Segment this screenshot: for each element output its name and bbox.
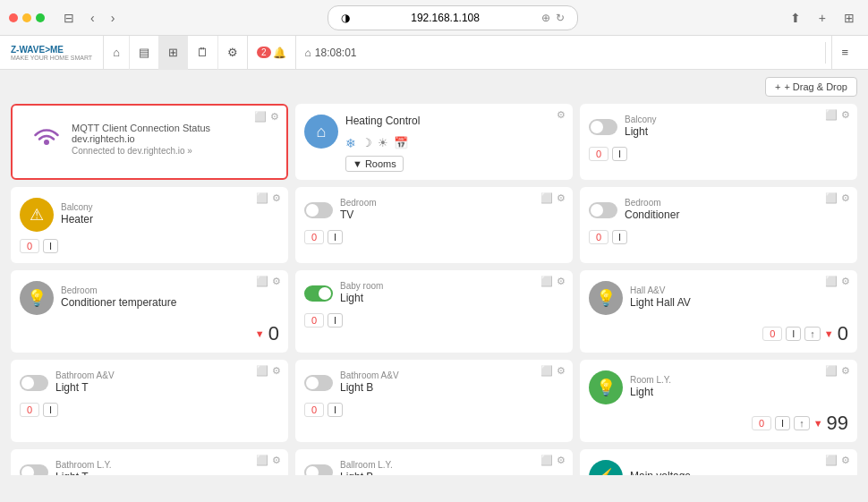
bathroom-av-b-increment[interactable]: I [328,403,343,417]
bedroom-cond-temp-widget: ⬜ ⚙ 💡 Bedroom Conditioner temperature ▼ … [11,270,288,353]
browser-toolbar: ⬆ + ⊞ [786,9,859,27]
tabs-button[interactable]: ⊞ [839,9,859,27]
mqtt-widget: ⬜ ⚙ MQTT Client Connection Status dev.ri… [11,104,288,180]
bedroom-tv-value: 0 [304,230,324,244]
bedroom-conditioner-value: 0 [589,230,608,244]
bathroom-av-b-copy-button[interactable]: ⬜ [540,365,553,377]
babyroom-light-toggle[interactable] [304,285,333,302]
drag-drop-button[interactable]: + + Drag & Drop [765,77,857,97]
notification-area[interactable]: 2 🔔 [247,36,295,70]
cond-temp-value: 0 [268,322,279,345]
babyroom-light-copy-button[interactable]: ⬜ [540,276,553,287]
bathroom-av-t-settings-button[interactable]: ⚙ [272,365,281,377]
rooms-nav-button[interactable]: ▤ [129,36,158,70]
heater-warning-icon: ⚠ [20,198,54,232]
hall-av-large-value: 0 [838,322,848,345]
ballroom-ly-b-toggle[interactable] [304,464,333,475]
hall-av-light-copy-button[interactable]: ⬜ [825,276,838,287]
refresh-icon: ↻ [556,12,565,24]
history-nav-button[interactable]: 🗒 [187,36,217,70]
balcony-heater-actions: ⬜ ⚙ [256,192,281,204]
babyroom-light-increment[interactable]: I [328,313,343,328]
window-controls [9,13,45,22]
sidebar-toggle-button[interactable]: ⊟ [59,9,79,27]
share-button[interactable]: ⬆ [786,9,805,27]
bedroom-cond-temp-actions: ⬜ ⚙ [256,276,281,287]
hall-av-increment[interactable]: I [786,327,801,341]
bathroom-av-t-toggle[interactable] [20,375,48,391]
bedroom-tv-copy-button[interactable]: ⬜ [540,192,553,204]
main-voltage-copy-button[interactable]: ⬜ [825,455,838,466]
bedroom-conditioner-copy-button[interactable]: ⬜ [825,192,838,204]
balcony-light-widget: ⬜ ⚙ Balcony Light 0 I [580,104,857,180]
babyroom-light-widget: ⬜ ⚙ Baby room Light 0 I [295,270,573,353]
bedroom-tv-toggle[interactable] [304,202,333,218]
url-input[interactable] [355,9,536,27]
bathroom-av-t-copy-button[interactable]: ⬜ [256,365,268,377]
bedroom-conditioner-increment[interactable]: I [612,230,627,244]
bedroom-conditioner-settings-button[interactable]: ⚙ [841,192,850,204]
heating-settings-button[interactable]: ⚙ [557,109,566,121]
room-ly-light-copy-button[interactable]: ⬜ [825,365,838,377]
settings-nav-button[interactable]: ⚙ [217,36,247,70]
heating-widget: ⚙ ⌂ Heating Control ❄ ☽ ☀ 📅 ▼ [295,104,573,180]
bathroom-av-b-settings-button[interactable]: ⚙ [557,365,566,377]
bathroom-ly-t-toggle[interactable] [20,464,48,475]
chevron-down-icon: ▼ [353,158,362,169]
drag-icon: + [775,81,780,92]
main-voltage-settings-button[interactable]: ⚙ [841,455,850,466]
forward-button[interactable]: › [106,9,120,27]
moon-icon: ☽ [362,136,372,149]
snowflake-icon: ❄ [345,136,356,150]
ballroom-ly-b-settings-button[interactable]: ⚙ [557,455,566,466]
bathroom-av-b-toggle[interactable] [304,375,333,391]
header-right: ≡ [825,36,857,70]
sun-icon: ☀ [378,136,388,149]
bathroom-av-t-increment[interactable]: I [43,403,58,417]
app-logo: Z-WAVE>ME MAKE YOUR HOME SMART [11,45,92,61]
new-tab-button[interactable]: + [814,9,830,27]
balcony-light-settings-button[interactable]: ⚙ [841,109,850,121]
share-icon: ⊕ [541,12,550,24]
menu-button[interactable]: ≡ [831,36,857,70]
balcony-heater-increment[interactable]: I [43,239,58,253]
hall-av-up-button[interactable]: ↑ [804,327,821,341]
wifi-icon [30,120,63,158]
room-ly-up-button[interactable]: ↑ [794,416,810,430]
balcony-light-actions: ⬜ ⚙ [825,109,850,121]
ballroom-ly-b-copy-button[interactable]: ⬜ [540,455,553,466]
heating-icon: ⌂ [304,115,338,149]
browser-chrome: ⊟ ‹ › ◑ ⊕ ↻ ⬆ + ⊞ [0,0,868,36]
balcony-light-increment[interactable]: I [612,147,627,161]
bedroom-cond-temp-copy-button[interactable]: ⬜ [256,276,268,287]
balcony-heater-settings-button[interactable]: ⚙ [272,192,281,204]
hall-av-light-actions: ⬜ ⚙ [825,276,850,287]
bathroom-av-t-actions: ⬜ ⚙ [256,365,281,377]
room-ly-light-settings-button[interactable]: ⚙ [841,365,850,377]
bathroom-ly-t-settings-button[interactable]: ⚙ [272,455,281,466]
ballroom-ly-b-actions: ⬜ ⚙ [540,455,566,466]
balcony-light-toggle[interactable] [589,119,617,135]
bedroom-tv-settings-button[interactable]: ⚙ [557,192,566,204]
bathroom-ly-t-copy-button[interactable]: ⬜ [256,455,268,466]
mqtt-copy-button[interactable]: ⬜ [254,111,267,123]
elements-nav-button[interactable]: ⊞ [158,36,187,70]
balcony-light-copy-button[interactable]: ⬜ [825,109,838,121]
back-button[interactable]: ‹ [86,9,99,27]
bedroom-tv-increment[interactable]: I [328,230,343,244]
notification-icon: 🔔 [273,47,286,59]
room-ly-on-btn[interactable]: I [775,416,790,430]
bedroom-cond-temp-settings-button[interactable]: ⚙ [272,276,281,287]
balcony-heater-copy-button[interactable]: ⬜ [256,192,268,204]
bedroom-conditioner-toggle[interactable] [589,202,617,218]
home-nav-button[interactable]: ⌂ [103,36,129,70]
room-ly-light-widget: ⬜ ⚙ 💡 Room L.Y. Light 0 I ↑ ▼ 99 [580,360,857,442]
main-content: + + Drag & Drop ⬜ ⚙ MQTT Client Conn [0,70,868,475]
bathroom-av-light-t-widget: ⬜ ⚙ Bathroom A&V Light T 0 I [11,360,288,442]
room-ly-val0: 0 [752,416,771,430]
babyroom-light-settings-button[interactable]: ⚙ [557,276,566,287]
rooms-button[interactable]: ▼ Rooms [345,156,404,172]
balcony-heater-value: 0 [20,239,39,253]
hall-av-light-settings-button[interactable]: ⚙ [841,276,850,287]
mqtt-settings-button[interactable]: ⚙ [270,111,279,123]
